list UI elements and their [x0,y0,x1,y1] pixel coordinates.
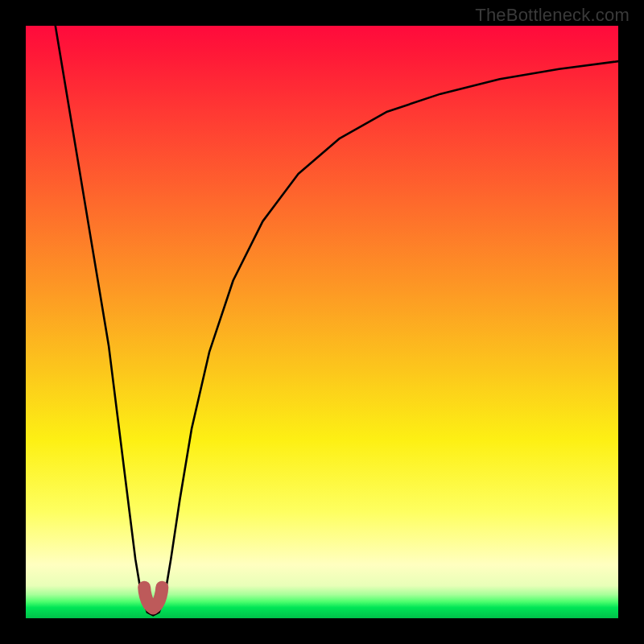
curve-path [56,26,618,615]
minimum-marker-path [144,588,162,609]
plot-area [26,26,618,618]
chart-frame: TheBottleneck.com [0,0,644,644]
bottleneck-curve [26,26,618,618]
watermark-text: TheBottleneck.com [475,5,630,26]
